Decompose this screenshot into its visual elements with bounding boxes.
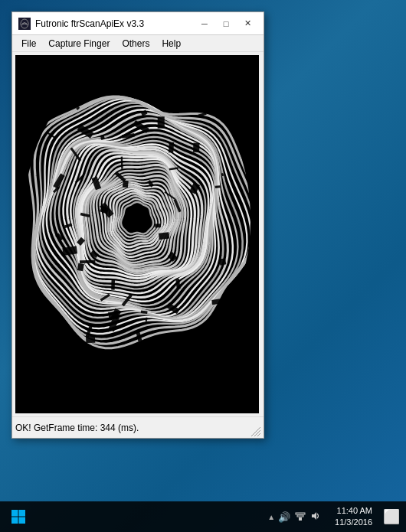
status-text: OK! GetFrame time: 344 (ms). — [15, 423, 250, 433]
menu-file[interactable]: File — [15, 35, 42, 51]
menu-others[interactable]: Others — [116, 35, 156, 51]
menu-help[interactable]: Help — [156, 35, 187, 51]
resize-grip[interactable] — [250, 426, 260, 436]
window-title: Futronic ftrScanApiEx v3.3 — [35, 18, 195, 29]
taskbar-date: 11/3/2016 — [335, 517, 372, 528]
window-content — [12, 52, 264, 416]
app-icon — [18, 18, 31, 30]
system-tray-icons: 🔊 — [278, 511, 321, 524]
svg-rect-6 — [19, 510, 26, 517]
network-icon[interactable] — [295, 511, 306, 524]
sound-icon[interactable] — [310, 511, 321, 524]
taskbar-clock[interactable]: 11:40 AM 11/3/2016 — [330, 505, 377, 529]
taskbar-time: 11:40 AM — [337, 505, 372, 517]
menu-bar: File Capture Finger Others Help — [12, 35, 264, 52]
volume-icon[interactable]: 🔊 — [278, 511, 290, 523]
svg-rect-10 — [297, 515, 303, 517]
close-button[interactable]: ✕ — [237, 16, 257, 31]
svg-rect-5 — [11, 510, 18, 517]
fingerprint-canvas — [15, 55, 259, 413]
action-center-icon[interactable]: ⬜ — [383, 508, 400, 525]
menu-capture-finger[interactable]: Capture Finger — [42, 35, 116, 51]
svg-rect-7 — [11, 517, 18, 524]
status-bar: OK! GetFrame time: 344 (ms). — [12, 416, 264, 438]
taskbar: ▲ 🔊 — [0, 501, 406, 532]
svg-line-3 — [257, 433, 260, 436]
application-window: Futronic ftrScanApiEx v3.3 ─ □ ✕ File Ca… — [11, 11, 264, 439]
fingerprint-display — [15, 55, 259, 413]
notification-chevron[interactable]: ▲ — [267, 513, 275, 521]
taskbar-right: ▲ 🔊 — [267, 501, 406, 532]
svg-rect-8 — [19, 517, 26, 524]
svg-marker-12 — [312, 512, 316, 520]
window-controls: ─ □ ✕ — [195, 16, 257, 31]
svg-rect-9 — [299, 517, 302, 521]
svg-rect-11 — [296, 513, 305, 514]
minimize-button[interactable]: ─ — [195, 16, 214, 31]
svg-line-2 — [254, 430, 260, 436]
start-button[interactable] — [0, 501, 37, 532]
desktop: Futronic ftrScanApiEx v3.3 ─ □ ✕ File Ca… — [0, 0, 406, 532]
title-bar[interactable]: Futronic ftrScanApiEx v3.3 ─ □ ✕ — [12, 12, 264, 35]
maximize-button[interactable]: □ — [216, 16, 236, 31]
